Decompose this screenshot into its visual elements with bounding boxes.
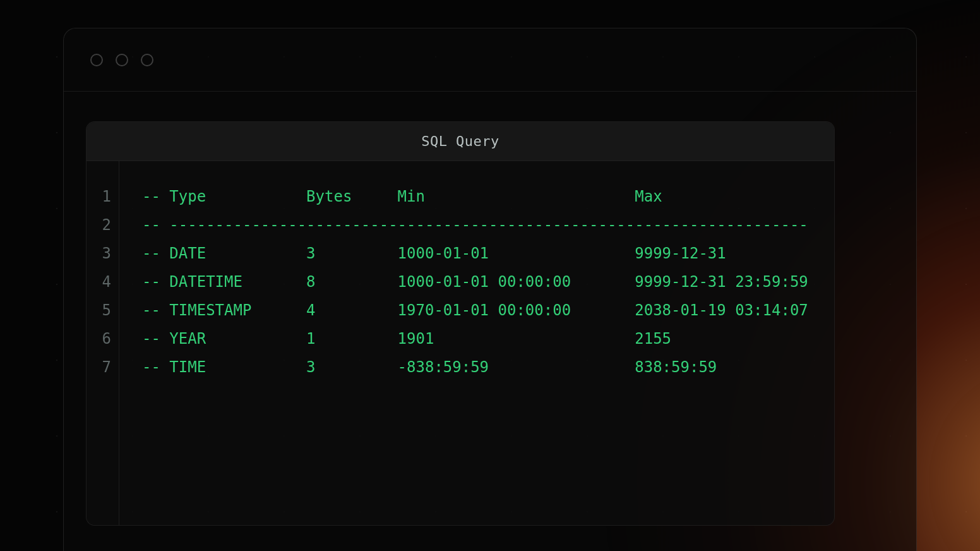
code-header-row: -- Type Bytes Min Max	[142, 183, 808, 211]
code-data-row: -- YEAR 1 1901 2155	[142, 325, 808, 353]
code-content: -- Type Bytes Min Max-- ----------------…	[119, 161, 808, 525]
line-number: 5	[87, 296, 111, 325]
line-number: 4	[87, 268, 111, 296]
code-divider-row: -- -------------------------------------…	[142, 211, 808, 239]
window-minimize-icon[interactable]	[116, 54, 128, 66]
line-number: 7	[87, 353, 111, 382]
window-maximize-icon[interactable]	[141, 54, 153, 66]
code-data-row: -- DATETIME 8 1000-01-01 00:00:00 9999-1…	[142, 268, 808, 296]
editor-tab[interactable]: SQL Query	[87, 122, 834, 161]
line-number: 3	[87, 239, 111, 268]
line-number: 6	[87, 325, 111, 353]
sql-editor-panel: SQL Query 1234567 -- Type Bytes Min Max-…	[86, 121, 835, 526]
line-number: 2	[87, 211, 111, 239]
line-number: 1	[87, 183, 111, 211]
code-editor[interactable]: 1234567 -- Type Bytes Min Max-- --------…	[87, 161, 834, 525]
window-titlebar	[64, 28, 916, 92]
code-data-row: -- DATE 3 1000-01-01 9999-12-31	[142, 239, 808, 268]
code-data-row: -- TIME 3 -838:59:59 838:59:59	[142, 353, 808, 382]
code-data-row: -- TIMESTAMP 4 1970-01-01 00:00:00 2038-…	[142, 296, 808, 325]
line-number-gutter: 1234567	[87, 161, 119, 525]
window-close-icon[interactable]	[90, 54, 103, 66]
editor-tab-label: SQL Query	[421, 133, 499, 149]
